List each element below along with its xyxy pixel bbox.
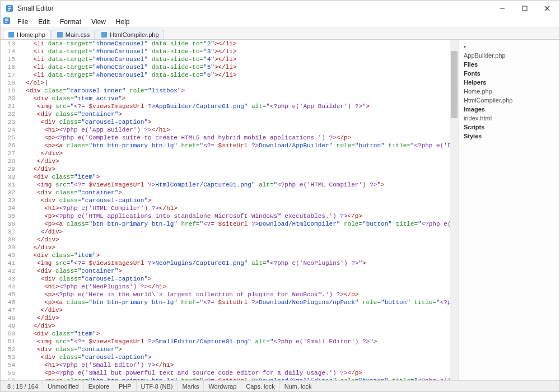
code-line[interactable]: <div class="item"> (18, 251, 447, 259)
line-number: 19 (1, 87, 15, 95)
code-line[interactable]: <li data-target="#homeCarousel" data-sli… (18, 48, 447, 55)
line-number: 32 (1, 189, 15, 197)
code-line[interactable]: <div class="item active"> (18, 95, 447, 102)
code-line[interactable]: <div class="container"> (18, 189, 447, 197)
code-line[interactable]: <h1><?php e('Small Editor') ?></h1> (18, 361, 447, 369)
side-item-scripts[interactable]: Scripts (463, 123, 556, 132)
code-line[interactable]: <div class="container"> (18, 267, 447, 275)
code-line[interactable]: </div> (18, 150, 447, 157)
line-gutter: 1314151617181920212223242526272829303132… (1, 40, 18, 380)
content-area: 1314151617181920212223242526272829303132… (1, 40, 559, 380)
side-item-files[interactable]: Files (463, 60, 556, 69)
minimize-button[interactable] (491, 1, 514, 16)
code-line[interactable]: <div class="container"> (18, 346, 447, 353)
tab-home-php[interactable]: Home.php (3, 30, 50, 39)
code-line[interactable]: </div> (18, 228, 447, 236)
status-encoding[interactable]: UTF-8 (NB) (137, 381, 178, 391)
code-line[interactable]: <p><a class="btn btn-primary btn-lg" hre… (18, 220, 447, 228)
line-number: 55 (1, 369, 15, 377)
scroll-thumb[interactable] (451, 51, 458, 118)
menu-file[interactable]: File (13, 17, 32, 27)
vertical-scrollbar[interactable] (450, 40, 459, 380)
code-line[interactable]: <li data-target="#homeCarousel" data-sli… (18, 55, 447, 63)
line-number: 26 (1, 142, 15, 150)
side-item-fonts[interactable]: Fonts (463, 69, 556, 78)
svg-rect-8 (101, 32, 107, 38)
line-number: 17 (1, 71, 15, 79)
line-number: 24 (1, 126, 15, 134)
side-item-appbuilder-php[interactable]: AppBuilder.php (463, 51, 556, 60)
line-number: 23 (1, 118, 15, 126)
line-number: 54 (1, 361, 15, 369)
code-line[interactable]: <h1><?php e('NeoPlugins') ?></h1> (18, 283, 447, 291)
status-marks[interactable]: Marks (178, 381, 204, 391)
code-line[interactable]: <div class="carousel-caption"> (18, 118, 447, 126)
code-line[interactable]: <img src="<?= $viewsImagesUrl ?>SmallEdi… (18, 338, 447, 346)
tab-htmlcompiler-php[interactable]: HtmlCompiler.php (96, 30, 164, 39)
code-line[interactable]: </div> (18, 314, 447, 322)
line-number: 39 (1, 244, 15, 251)
code-line[interactable]: <img src="<?= $viewsImagesUrl ?>NeoPlugi… (18, 259, 447, 267)
side-item--[interactable]: • (463, 42, 556, 51)
code-line[interactable]: <li data-target="#homeCarousel" data-sli… (18, 40, 447, 48)
code-line[interactable]: </div> (18, 306, 447, 314)
side-item-htmlcompiler-php[interactable]: HtmlCompiler.php (463, 96, 556, 105)
statusbar: 8 : 18 / 164 Unmodified Explore PHP UTF-… (1, 380, 559, 391)
code-line[interactable]: <p><?php e('HTML applications into stand… (18, 212, 447, 220)
menu-help[interactable]: Help (111, 17, 134, 27)
code-line[interactable]: <p><a class="btn btn-primary btn-lg" hre… (18, 377, 447, 380)
line-number: 43 (1, 275, 15, 283)
code-line[interactable]: <p><a class="btn btn-primary btn-lg" hre… (18, 142, 447, 150)
status-modified[interactable]: Unmodified (43, 381, 84, 391)
side-item-index-html[interactable]: index.html (463, 114, 556, 123)
close-button[interactable] (536, 1, 558, 16)
status-numlock[interactable]: Num. lock (280, 381, 316, 391)
code-line[interactable]: <div class="carousel-caption"> (18, 197, 447, 204)
code-line[interactable]: </ol>| (18, 79, 447, 87)
code-line[interactable]: </div> (18, 244, 447, 251)
code-line[interactable]: <li data-target="#homeCarousel" data-sli… (18, 71, 447, 79)
line-number: 37 (1, 228, 15, 236)
code-line[interactable]: <div class="carousel-inner" role="listbo… (18, 87, 447, 95)
code-line[interactable]: <div class="carousel-caption"> (18, 275, 447, 283)
svg-rect-6 (8, 32, 14, 38)
code-line[interactable]: <h1><?php e('HTML Compiler') ?></h1> (18, 204, 447, 212)
line-number: 35 (1, 212, 15, 220)
status-position[interactable]: 8 : 18 / 164 (3, 381, 43, 391)
code-line[interactable]: <div class="item"> (18, 173, 447, 181)
side-item-images[interactable]: Images (463, 105, 556, 114)
code-line[interactable]: <div class="container"> (18, 110, 447, 118)
code-line[interactable]: </div> (18, 236, 447, 244)
code-line[interactable]: <img src="<?= $viewsImagesUrl ?>HtmlComp… (18, 181, 447, 189)
menu-view[interactable]: View (87, 17, 110, 27)
tab-main-css[interactable]: Main.css (52, 30, 95, 39)
status-capslock[interactable]: Caps. lock (241, 381, 279, 391)
code-line[interactable]: </div> (18, 322, 447, 330)
code-line[interactable]: <p><a class="btn btn-primary btn-lg" hre… (18, 298, 447, 306)
status-explore[interactable]: Explore (84, 381, 114, 391)
side-item-home-php[interactable]: Home.php (463, 87, 556, 96)
line-number: 38 (1, 236, 15, 244)
status-language[interactable]: PHP (114, 381, 137, 391)
maximize-button[interactable] (514, 1, 536, 16)
code-line[interactable]: <img src="<?= $viewsImagesUrl ?>AppBuild… (18, 102, 447, 110)
side-item-helpers[interactable]: Helpers (463, 78, 556, 87)
code-line[interactable]: </div> (18, 165, 447, 173)
line-number: 13 (1, 40, 15, 48)
side-item-styles[interactable]: Styles (463, 132, 556, 141)
code-line[interactable]: <li data-target="#homeCarousel" data-sli… (18, 63, 447, 71)
tab-label: HtmlCompiler.php (110, 31, 158, 38)
menu-edit[interactable]: Edit (34, 17, 54, 27)
code-line[interactable]: <div class="carousel-caption"> (18, 353, 447, 361)
status-wordwrap[interactable]: Wordwrap (204, 381, 241, 391)
code-line[interactable]: <h1><?php e('App Builder') ?></h1> (18, 126, 447, 134)
code-area[interactable]: <li data-target="#homeCarousel" data-sli… (18, 40, 450, 380)
code-line[interactable]: <p><?php e('Complete suite to create HTM… (18, 134, 447, 142)
menu-format[interactable]: Format (55, 17, 86, 27)
code-line[interactable]: <p><?php e('Small but powerful text and … (18, 369, 447, 377)
code-line[interactable]: <p><?php e('Here is the world\'s largest… (18, 291, 447, 298)
line-number: 14 (1, 48, 15, 55)
line-number: 50 (1, 330, 15, 338)
code-line[interactable]: </div> (18, 157, 447, 165)
code-line[interactable]: <div class="item"> (18, 330, 447, 338)
